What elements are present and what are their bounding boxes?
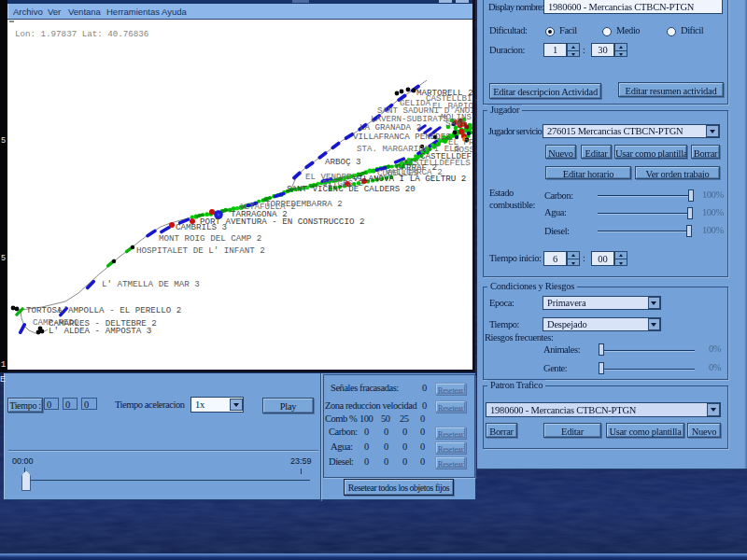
svg-text:SANT VICENC DE CALDERS 20: SANT VICENC DE CALDERS 20 [287,184,416,194]
svg-text:L' ATMELLA DE MAR 3: L' ATMELLA DE MAR 3 [102,279,200,289]
svg-text:Lon: 1.97837 Lat: 40.76836: Lon: 1.97837 Lat: 40.76836 [15,29,148,39]
svg-text:VILLAFRANCA PENEDES: VILLAFRANCA PENEDES [353,132,451,142]
svg-text:CAMBRILS 3: CAMBRILS 3 [176,222,227,232]
svg-text:SANT AN: SANT AN [445,119,473,129]
svg-text:ARBOÇ 3: ARBOÇ 3 [325,157,361,167]
svg-text:MONT ROIG DEL CAMP 2: MONT ROIG DEL CAMP 2 [159,233,261,244]
svg-text:L'AMPOLLA - EL PERELLO 2: L'AMPOLLA - EL PERELLO 2 [58,305,181,315]
svg-text:HOSPITALET DE L' INFANT 2: HOSPITALET DE L' INFANT 2 [136,245,265,256]
svg-text:L' ALDEA - AMPOSTA 3: L' ALDEA - AMPOSTA 3 [49,326,151,336]
svg-text:VILANOVA I LA GELTRU 2: VILANOVA I LA GELTRU 2 [353,174,466,184]
